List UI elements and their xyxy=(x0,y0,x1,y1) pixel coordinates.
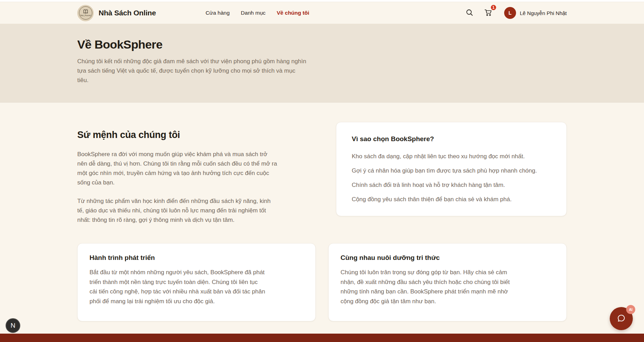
why-choose-card: Vì sao chọn BookSphere? Kho sách đa dạng… xyxy=(336,122,567,216)
header-actions: 1 L Lê Nguyễn Phi Nhật xyxy=(464,7,567,19)
brand-title[interactable]: Nhà Sách Online xyxy=(99,9,156,17)
main-nav: Cửa hàng Danh mục Về chúng tôi xyxy=(206,10,309,16)
nav-item-shop[interactable]: Cửa hàng xyxy=(206,10,230,16)
logo-caption: Not_Found xyxy=(80,14,91,16)
chat-assistant-button[interactable]: AI xyxy=(610,307,633,330)
user-avatar[interactable]: L xyxy=(504,7,516,19)
about-hero-section: Về BookSphere Chúng tôi kết nối những độ… xyxy=(0,24,644,103)
mission-paragraph-2: Từ những tác phẩm văn học kinh điển đến … xyxy=(77,196,278,225)
page-title: Về BookSphere xyxy=(77,38,567,51)
nav-item-categories[interactable]: Danh mục xyxy=(241,10,266,16)
dev-tools-badge[interactable]: N xyxy=(6,318,20,333)
community-card-title: Cùng nhau nuôi dưỡng tri thức xyxy=(341,254,554,262)
footer-bar xyxy=(0,334,644,342)
search-button[interactable] xyxy=(464,7,475,19)
cart-count-badge: 1 xyxy=(490,4,497,11)
search-icon xyxy=(466,9,473,17)
site-header: Not_Found Nhà Sách Online Cửa hàng Danh … xyxy=(0,2,644,24)
why-choose-title: Vì sao chọn BookSphere? xyxy=(352,135,551,143)
page-subtitle: Chúng tôi kết nối những độc giả đam mê s… xyxy=(77,57,306,85)
nav-item-about[interactable]: Về chúng tôi xyxy=(277,10,309,16)
community-card: Cùng nhau nuôi dưỡng tri thức Chúng tôi … xyxy=(328,243,567,321)
mission-section: Sứ mệnh của chúng tôi BookSphere ra đời … xyxy=(77,122,287,225)
why-item-3: Chính sách đổi trả linh hoạt và hỗ trợ k… xyxy=(352,180,551,190)
ai-badge: AI xyxy=(626,305,635,314)
book-icon xyxy=(83,9,88,14)
logo-inner-ring: Not_Found xyxy=(79,6,92,20)
chat-bubble-icon xyxy=(616,313,627,325)
why-item-1: Kho sách đa dạng, cập nhật liên tục theo… xyxy=(352,152,551,161)
journey-card-body: Bắt đầu từ một nhóm những người yêu sách… xyxy=(90,268,266,306)
brand-logo[interactable]: Not_Found xyxy=(77,5,94,21)
why-item-2: Gợi ý cá nhân hóa giúp bạn tìm được tựa … xyxy=(352,166,551,175)
journey-card-title: Hành trình phát triển xyxy=(90,254,303,262)
user-name[interactable]: Lê Nguyễn Phi Nhật xyxy=(520,10,567,16)
community-card-body: Chúng tôi luôn trân trọng sự đóng góp từ… xyxy=(341,268,517,306)
main-content: Sứ mệnh của chúng tôi BookSphere ra đời … xyxy=(0,103,644,334)
journey-card: Hành trình phát triển Bắt đầu từ một nhó… xyxy=(77,243,316,321)
mission-title: Sứ mệnh của chúng tôi xyxy=(77,130,287,140)
mission-paragraph-1: BookSphere ra đời với mong muốn giúp việ… xyxy=(77,150,278,187)
why-item-4: Cộng đồng yêu sách thân thiện để bạn chi… xyxy=(352,195,551,204)
